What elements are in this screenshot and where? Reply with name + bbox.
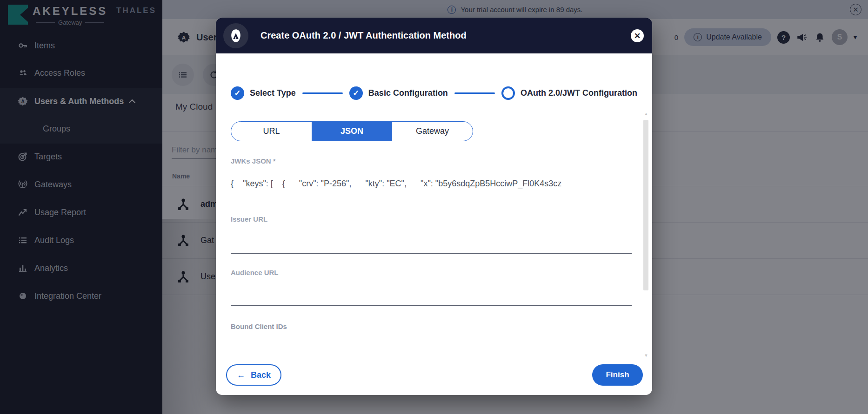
tab-gateway[interactable]: Gateway — [392, 122, 473, 141]
akeyless-logo-icon — [223, 23, 248, 48]
jwks-source-tabs: URL JSON Gateway — [231, 121, 473, 141]
step-connector — [302, 92, 343, 94]
scrollbar-down-arrow[interactable]: ▼ — [643, 353, 649, 358]
back-button[interactable]: ← Back — [226, 364, 281, 386]
audience-url-label: Audience URL — [231, 269, 279, 276]
scrollbar-thumb[interactable] — [643, 120, 648, 290]
issuer-url-label: Issuer URL — [231, 215, 267, 223]
step-label: Basic Configuration — [368, 88, 448, 98]
audience-url-input[interactable] — [231, 305, 632, 306]
bound-client-ids-label: Bound Client IDs — [231, 322, 287, 330]
step-connector — [454, 92, 495, 94]
step-label: Select Type — [250, 88, 296, 98]
tab-url[interactable]: URL — [231, 122, 312, 141]
issuer-url-input[interactable] — [231, 253, 632, 254]
wizard-stepper: ✓ Select Type ✓ Basic Configuration OAut… — [231, 86, 637, 100]
scrollbar-up-arrow[interactable]: ▲ — [643, 112, 649, 116]
step-complete-icon[interactable]: ✓ — [349, 86, 363, 100]
finish-button[interactable]: Finish — [592, 364, 643, 386]
jwks-json-input[interactable]: { "keys": [ { "crv": "P-256", "kty": "EC… — [231, 179, 632, 189]
modal-title: Create OAuth 2.0 / JWT Authentication Me… — [260, 30, 467, 41]
jwks-json-label: JWKs JSON * — [231, 157, 276, 165]
back-arrow-icon: ← — [237, 370, 245, 380]
tab-json[interactable]: JSON — [312, 122, 392, 141]
step-complete-icon[interactable]: ✓ — [231, 86, 244, 100]
create-auth-method-modal: Create OAuth 2.0 / JWT Authentication Me… — [216, 18, 652, 395]
modal-header: Create OAuth 2.0 / JWT Authentication Me… — [216, 18, 652, 53]
step-label: OAuth 2.0/JWT Configuration — [521, 88, 637, 98]
step-active-icon[interactable] — [501, 86, 515, 100]
modal-close-icon[interactable]: ✕ — [631, 29, 644, 42]
